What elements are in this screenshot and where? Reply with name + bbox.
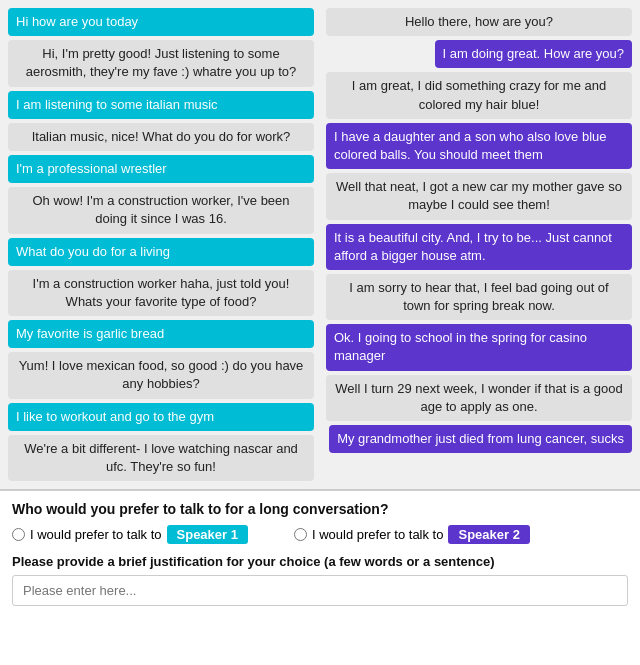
list-item: I am listening to some italian music <box>8 91 314 119</box>
bot-message: I am great, I did something crazy for me… <box>326 72 632 118</box>
bot-message: Hi, I'm pretty good! Just listening to s… <box>8 40 314 86</box>
user-message: I'm a professional wrestler <box>8 155 314 183</box>
user-message: Hi how are you today <box>8 8 314 36</box>
user-message: It is a beautiful city. And, I try to be… <box>326 224 632 270</box>
bot-message: Yum! I love mexican food, so good :) do … <box>8 352 314 398</box>
list-item: What do you do for a living <box>8 238 314 266</box>
bot-message: Well I turn 29 next week, I wonder if th… <box>326 375 632 421</box>
list-item: Hello there, how are you? <box>326 8 632 36</box>
list-item: Well I turn 29 next week, I wonder if th… <box>326 375 632 421</box>
bot-message: Oh wow! I'm a construction worker, I've … <box>8 187 314 233</box>
option2[interactable]: I would prefer to talk to Speaker 2 <box>294 525 530 544</box>
bot-message: Well that neat, I got a new car my mothe… <box>326 173 632 219</box>
list-item: It is a beautiful city. And, I try to be… <box>326 224 632 270</box>
justify-label: Please provide a brief justification for… <box>12 554 628 569</box>
user-message: I have a daughter and a son who also lov… <box>326 123 632 169</box>
user-message: My favorite is garlic bread <box>8 320 314 348</box>
bottom-panel: Who would you prefer to talk to for a lo… <box>0 489 640 616</box>
list-item: I have a daughter and a son who also lov… <box>326 123 632 169</box>
speaker2-badge[interactable]: Speaker 2 <box>448 525 529 544</box>
speaker1-badge[interactable]: Speaker 1 <box>167 525 248 544</box>
justify-input[interactable] <box>12 575 628 606</box>
user-message: I am listening to some italian music <box>8 91 314 119</box>
list-item: Ok. I going to school in the spring for … <box>326 324 632 370</box>
option1[interactable]: I would prefer to talk to Speaker 1 <box>12 525 248 544</box>
option1-prefix: I would prefer to talk to <box>30 527 162 542</box>
list-item: I'm a professional wrestler <box>8 155 314 183</box>
bot-message: Italian music, nice! What do you do for … <box>8 123 314 151</box>
list-item: Italian music, nice! What do you do for … <box>8 123 314 151</box>
list-item: Well that neat, I got a new car my mothe… <box>326 173 632 219</box>
user-message: I am doing great. How are you? <box>435 40 632 68</box>
bot-message: I'm a construction worker haha, just tol… <box>8 270 314 316</box>
list-item: I am sorry to hear that, I feel bad goin… <box>326 274 632 320</box>
list-item: Oh wow! I'm a construction worker, I've … <box>8 187 314 233</box>
left-column: Hi how are you todayHi, I'm pretty good!… <box>8 8 320 481</box>
bot-message: We're a bit different- I love watching n… <box>8 435 314 481</box>
bot-message: Hello there, how are you? <box>326 8 632 36</box>
user-message: I like to workout and go to the gym <box>8 403 314 431</box>
list-item: I am great, I did something crazy for me… <box>326 72 632 118</box>
radio-speaker1[interactable] <box>12 528 25 541</box>
list-item: I'm a construction worker haha, just tol… <box>8 270 314 316</box>
list-item: Yum! I love mexican food, so good :) do … <box>8 352 314 398</box>
option2-prefix: I would prefer to talk to <box>312 527 444 542</box>
radio-row: I would prefer to talk to Speaker 1 I wo… <box>12 525 628 544</box>
preference-question: Who would you prefer to talk to for a lo… <box>12 501 628 517</box>
list-item: Hi, I'm pretty good! Just listening to s… <box>8 40 314 86</box>
list-item: We're a bit different- I love watching n… <box>8 435 314 481</box>
chat-area: Hi how are you todayHi, I'm pretty good!… <box>0 0 640 489</box>
list-item: I like to workout and go to the gym <box>8 403 314 431</box>
right-column: Hello there, how are you?I am doing grea… <box>320 8 632 481</box>
user-message: What do you do for a living <box>8 238 314 266</box>
list-item: My grandmother just died from lung cance… <box>326 425 632 453</box>
list-item: I am doing great. How are you? <box>326 40 632 68</box>
list-item: My favorite is garlic bread <box>8 320 314 348</box>
user-message: Ok. I going to school in the spring for … <box>326 324 632 370</box>
list-item: Hi how are you today <box>8 8 314 36</box>
user-message: My grandmother just died from lung cance… <box>329 425 632 453</box>
radio-speaker2[interactable] <box>294 528 307 541</box>
bot-message: I am sorry to hear that, I feel bad goin… <box>326 274 632 320</box>
